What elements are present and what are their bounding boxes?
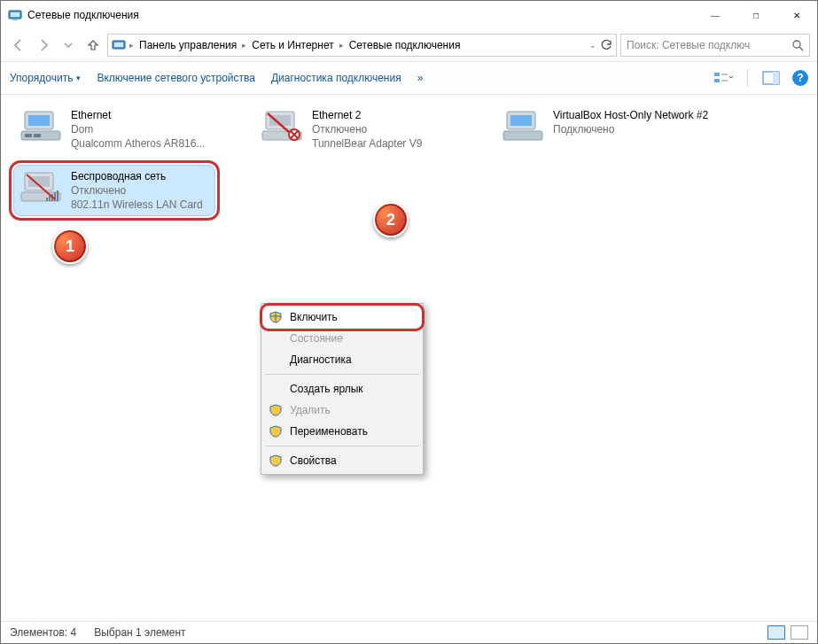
adapter-icon [502,108,544,144]
separator [265,446,419,446]
connection-item-ethernet[interactable]: Ethernet Dom Qualcomm Atheros AR816... [13,104,235,156]
menu-item-shortcut[interactable]: Создать ярлык [263,378,421,400]
search-icon [791,39,804,51]
callout-marker-2: 2 [373,202,409,237]
svg-rect-31 [46,198,48,201]
menu-label: Создать ярлык [290,383,363,395]
connection-adapter: Qualcomm Atheros AR816... [71,136,205,151]
nav-bar: ▸ Панель управления ▸ Сеть и Интернет ▸ … [1,29,817,61]
menu-item-diagnostics[interactable]: Диагностика [263,349,421,370]
connection-item-ethernet2[interactable]: Ethernet 2 Отключено TunnelBear Adapter … [254,104,476,156]
forward-button[interactable] [33,35,54,56]
chevron-right-icon[interactable]: ▸ [242,41,246,50]
shield-icon [269,424,283,438]
svg-rect-27 [503,131,542,140]
shield-icon [269,454,283,468]
address-history-dropdown[interactable]: ⌄ [589,41,596,50]
app-icon [8,8,22,22]
connection-item-virtualbox[interactable]: VirtualBox Host-Only Network #2 Подключе… [495,104,717,148]
search-input[interactable]: Поиск: Сетевые подключ [620,34,810,57]
adapter-icon [19,169,62,205]
svg-rect-26 [510,115,532,126]
menu-label: Включить [290,311,338,323]
chevron-right-icon[interactable]: ▸ [129,41,134,50]
svg-point-5 [793,41,800,48]
help-button[interactable]: ? [792,70,808,86]
menu-label: Свойства [290,454,337,467]
separator [265,374,419,375]
enable-device-button[interactable]: Включение сетевого устройства [97,72,255,84]
window-title: Сетевые подключения [27,9,695,21]
shield-icon [269,310,283,324]
details-view-button[interactable] [767,625,785,640]
status-item-count: Элементов: 4 [10,626,76,639]
connection-name: Беспроводная сеть [71,169,203,183]
svg-rect-12 [773,72,779,84]
context-menu: Включить Состояние Диагностика Создать я… [261,303,424,475]
connection-status: Отключено [312,122,422,136]
view-options-button[interactable] [713,71,733,85]
minimize-button[interactable]: — [695,1,736,29]
status-selection: Выбран 1 элемент [94,626,185,639]
breadcrumb-seg-1[interactable]: Панель управления [137,39,238,51]
menu-item-properties[interactable]: Свойства [263,450,421,471]
svg-rect-7 [714,73,720,76]
preview-pane-button[interactable] [762,71,780,85]
connection-name: Ethernet 2 [312,108,422,122]
back-button[interactable] [8,35,29,56]
svg-rect-1 [11,12,19,17]
maximize-button[interactable]: □ [736,1,776,29]
menu-item-rename[interactable]: Переименовать [263,421,421,442]
svg-line-6 [799,47,803,50]
toolbar-overflow[interactable]: » [417,72,424,84]
connection-name: VirtualBox Host-Only Network #2 [553,108,708,122]
menu-label: Состояние [290,332,343,345]
search-placeholder: Поиск: Сетевые подключ [627,39,750,51]
svg-rect-35 [57,190,58,201]
svg-rect-4 [114,43,123,47]
menu-label: Диагностика [290,353,352,366]
chevron-right-icon[interactable]: ▸ [339,41,344,50]
connection-item-wireless[interactable]: Беспроводная сеть Отключено 802.11n Wire… [13,165,215,217]
connection-name: Ethernet [71,108,205,122]
breadcrumb-seg-2[interactable]: Сеть и Интернет [250,39,335,51]
shield-icon [269,403,283,417]
adapter-icon [19,108,62,144]
control-panel-icon [112,38,126,52]
callout-marker-1: 1 [52,229,88,264]
menu-item-delete: Удалить [263,400,421,421]
connection-adapter: TunnelBear Adapter V9 [312,136,422,151]
title-bar: Сетевые подключения — □ ✕ [1,1,817,29]
svg-rect-8 [714,79,720,82]
refresh-button[interactable] [600,39,612,51]
breadcrumb-seg-3[interactable]: Сетевые подключения [347,39,463,51]
svg-rect-2 [12,19,18,20]
up-button[interactable] [82,35,104,56]
connection-adapter: 802.11n Wireless LAN Card [71,198,203,212]
svg-rect-16 [25,134,32,137]
svg-rect-14 [28,115,50,126]
status-bar: Элементов: 4 Выбран 1 элемент [1,621,817,643]
command-bar: Упорядочить▾ Включение сетевого устройст… [1,61,817,95]
menu-item-state: Состояние [263,328,421,349]
svg-rect-32 [49,196,51,201]
content-area: Ethernet Dom Qualcomm Atheros AR816... E… [1,95,817,621]
address-bar[interactable]: ▸ Панель управления ▸ Сеть и Интернет ▸ … [107,34,617,57]
separator [747,69,748,87]
recent-dropdown[interactable] [58,35,79,56]
connection-status: Dom [71,122,205,136]
diagnose-button[interactable]: Диагностика подключения [271,72,401,84]
menu-item-enable[interactable]: Включить [263,306,421,328]
svg-rect-17 [34,134,41,137]
menu-label: Удалить [290,404,331,416]
connection-status: Подключено [553,122,708,136]
large-icons-view-button[interactable] [791,625,808,640]
menu-label: Переименовать [290,425,368,438]
connection-status: Отключено [71,183,203,198]
close-button[interactable]: ✕ [776,1,817,29]
organize-menu[interactable]: Упорядочить▾ [10,72,81,84]
adapter-icon [261,108,303,144]
